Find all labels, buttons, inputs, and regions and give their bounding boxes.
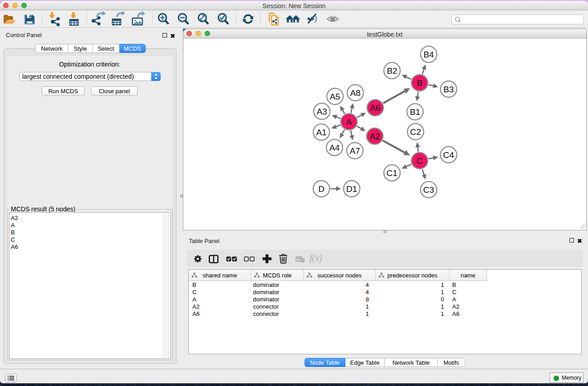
svg-text:C4: C4 [443, 150, 454, 160]
svg-text:C: C [416, 156, 423, 166]
svg-text:B: B [417, 78, 423, 88]
svg-text:A3: A3 [316, 107, 327, 116]
svg-text:A: A [346, 117, 352, 127]
svg-text:C1: C1 [387, 168, 397, 178]
svg-text:B3: B3 [443, 85, 454, 94]
svg-text:A5: A5 [330, 92, 340, 101]
svg-text:C2: C2 [410, 127, 421, 137]
svg-text:A1: A1 [316, 128, 326, 137]
svg-text:B2: B2 [387, 66, 397, 76]
svg-text:B1: B1 [410, 107, 420, 117]
svg-text:A2: A2 [369, 132, 380, 141]
svg-text:D1: D1 [346, 184, 357, 194]
svg-text:C3: C3 [423, 185, 434, 195]
svg-text:B4: B4 [423, 50, 434, 59]
svg-text:A4: A4 [329, 143, 340, 152]
svg-text:A7: A7 [349, 146, 360, 156]
svg-text:A8: A8 [350, 88, 360, 98]
svg-text:D: D [318, 184, 325, 194]
svg-text:A6: A6 [370, 103, 380, 113]
